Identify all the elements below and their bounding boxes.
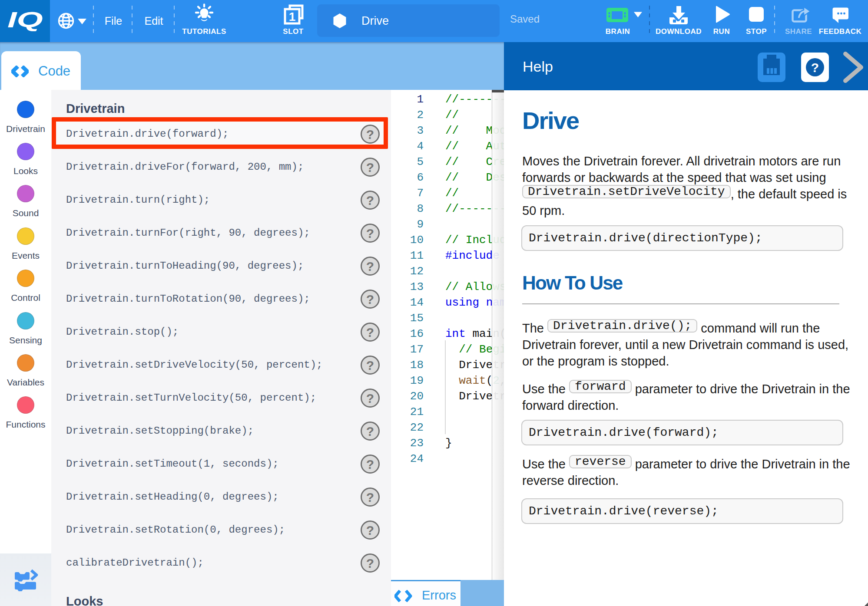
svg-text:?: ?	[811, 60, 819, 75]
svg-text:1: 1	[289, 10, 296, 23]
